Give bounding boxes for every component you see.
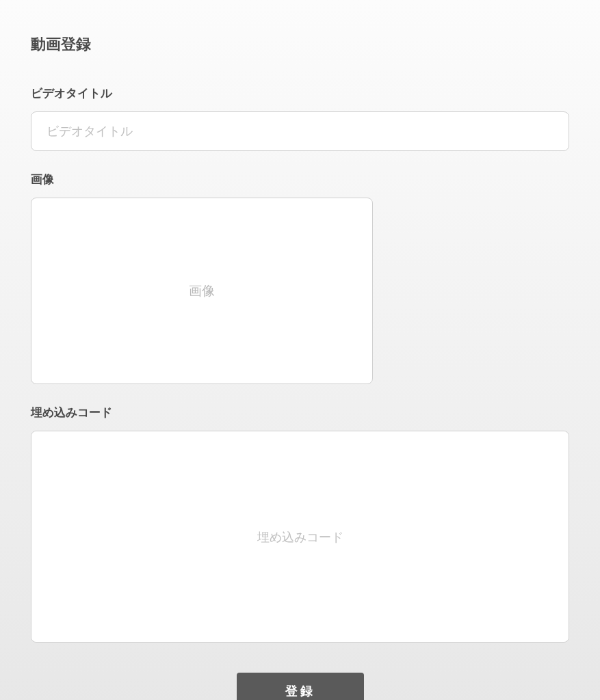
image-group: 画像 画像 <box>31 172 569 384</box>
image-upload-placeholder: 画像 <box>189 282 215 300</box>
video-title-input[interactable] <box>31 111 569 151</box>
image-upload-area[interactable]: 画像 <box>31 198 373 384</box>
embed-code-label: 埋め込みコード <box>31 405 569 420</box>
image-label: 画像 <box>31 172 569 187</box>
video-title-group: ビデオタイトル <box>31 85 569 151</box>
submit-wrapper: 登録 <box>31 673 569 700</box>
embed-code-group: 埋め込みコード <box>31 405 569 645</box>
page-title: 動画登録 <box>31 34 569 55</box>
submit-button[interactable]: 登録 <box>237 673 364 700</box>
embed-code-input[interactable] <box>31 431 569 643</box>
video-title-label: ビデオタイトル <box>31 85 569 101</box>
